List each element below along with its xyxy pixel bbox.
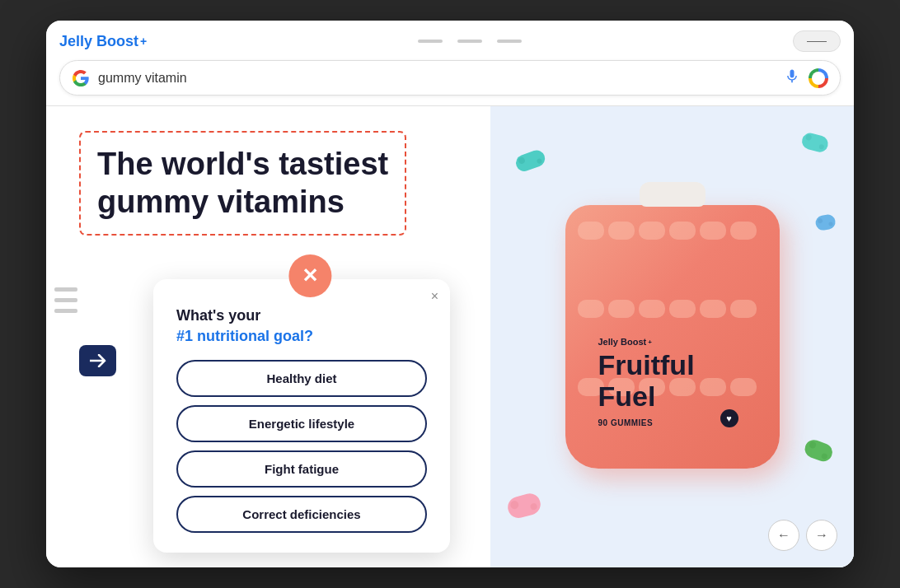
quiz-popup: ✕ × What's your #1 nutritional goal? Hea…: [153, 279, 450, 553]
next-arrow-button[interactable]: →: [806, 520, 837, 551]
sidebar-line-2: [54, 298, 77, 302]
quiz-option-3[interactable]: Fight fatigue: [176, 450, 427, 488]
label-brand-name: Jelly Boost +: [598, 337, 747, 347]
headline-text: The world's tastiest gummy vitamins: [97, 146, 388, 221]
quiz-option-1[interactable]: Healthy diet: [176, 360, 427, 397]
quiz-title: What's your: [176, 307, 427, 324]
gummy-candy-pink-1: [503, 488, 546, 530]
brand-name: Jelly Boost: [59, 33, 138, 50]
browser-window: Jelly Boost + —— gummy vitamin: [46, 21, 854, 567]
nav-dot-3: [497, 40, 522, 43]
right-panel: Jelly Boost + Fruitful Fuel 90 GUMMIES ♥…: [490, 106, 854, 567]
headline-line2: gummy vitamins: [97, 184, 345, 219]
gummy-candy-blue-1: [813, 212, 839, 237]
nav-arrows: ← →: [768, 520, 837, 551]
search-bar[interactable]: gummy vitamin: [59, 60, 841, 96]
bottle-cap: [640, 182, 705, 207]
nav-dots: [418, 40, 522, 43]
sidebar-lines: [46, 287, 77, 313]
quiz-option-4[interactable]: Correct deficiencies: [176, 496, 427, 533]
nav-dot-1: [418, 40, 443, 43]
svg-rect-3: [800, 131, 830, 154]
google-lens-icon[interactable]: [809, 68, 828, 88]
svg-rect-6: [814, 213, 837, 231]
left-panel: The world's tastiest gummy vitamins ✕ ×: [46, 106, 490, 567]
nav-dot-2: [457, 40, 482, 43]
microphone-icon[interactable]: [784, 68, 800, 88]
sidebar-line-1: [54, 287, 77, 292]
prev-arrow-button[interactable]: ←: [768, 520, 799, 551]
heart-icon: ♥: [720, 409, 738, 427]
product-bottle: Jelly Boost + Fruitful Fuel 90 GUMMIES ♥: [565, 205, 780, 469]
close-button[interactable]: ×: [431, 289, 438, 304]
sidebar-line-3: [54, 309, 77, 313]
quiz-subtitle: #1 nutritional goal?: [176, 328, 427, 345]
quiz-option-2[interactable]: Energetic lifestyle: [176, 405, 427, 442]
bottle-label: Jelly Boost + Fruitful Fuel 90 GUMMIES ♥: [590, 329, 755, 436]
browser-content: The world's tastiest gummy vitamins ✕ ×: [46, 106, 854, 567]
google-logo: [72, 69, 90, 87]
svg-rect-9: [802, 437, 834, 464]
brand-plus: +: [140, 35, 147, 48]
pill-decoration: ✕: [288, 254, 331, 297]
gummy-candy-teal-1: [510, 142, 552, 184]
gummy-candy-green-1: [798, 434, 837, 474]
browser-top-bar: Jelly Boost + ——: [59, 30, 841, 52]
search-query-text: gummy vitamin: [98, 71, 776, 86]
left-arrow-button[interactable]: [79, 345, 116, 376]
gummy-candy-teal-2: [796, 128, 832, 163]
brand-logo: Jelly Boost +: [59, 33, 147, 50]
headline-box: The world's tastiest gummy vitamins: [79, 131, 406, 236]
quiz-options: Healthy diet Energetic lifestyle Fight f…: [176, 360, 427, 533]
label-product-name: Fruitful Fuel: [598, 350, 747, 412]
headline-line1: The world's tastiest: [97, 147, 388, 181]
browser-menu-button[interactable]: ——: [793, 30, 841, 52]
browser-chrome: Jelly Boost + —— gummy vitamin: [46, 21, 854, 106]
